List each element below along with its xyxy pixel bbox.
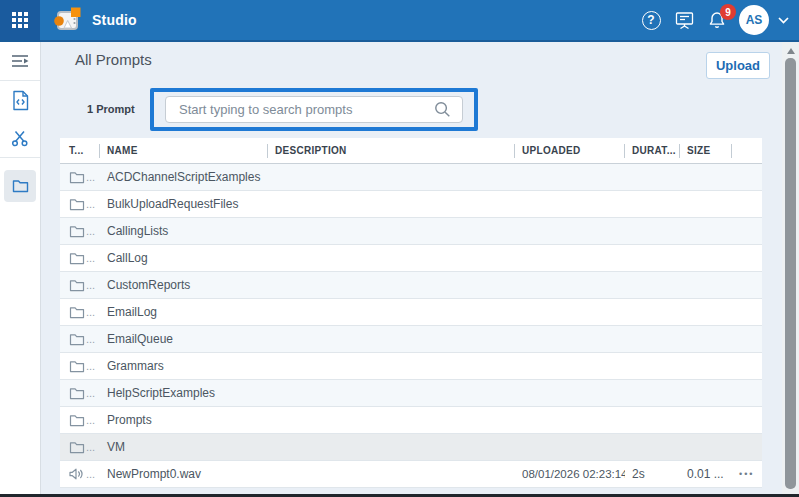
type-truncation-ellipsis: ...: [86, 225, 95, 237]
row-name: HelpScriptExamples: [100, 380, 268, 406]
folder-icon: [69, 414, 85, 427]
sidebar-item-files[interactable]: [0, 158, 40, 202]
row-duration: [625, 218, 680, 244]
column-header-name[interactable]: NAME: [100, 138, 268, 163]
row-size: [680, 326, 732, 352]
table-row[interactable]: ... Prompts: [60, 407, 762, 434]
row-description: [268, 164, 515, 190]
row-name: EmailLog: [100, 299, 268, 325]
row-description: [268, 326, 515, 352]
grid-icon: [12, 12, 28, 28]
vertical-scrollbar[interactable]: [782, 42, 799, 494]
table-row[interactable]: ... EmailLog: [60, 299, 762, 326]
row-name: CustomReports: [100, 272, 268, 298]
row-menu-icon[interactable]: [732, 434, 762, 460]
column-header-size[interactable]: SIZE: [680, 138, 732, 163]
notifications-button[interactable]: 9: [706, 9, 728, 31]
folder-icon: [69, 198, 85, 211]
table-row[interactable]: ... HelpScriptExamples: [60, 380, 762, 407]
table-row[interactable]: ... CustomReports: [60, 272, 762, 299]
row-menu-icon[interactable]: [732, 353, 762, 379]
folder-icon: [69, 387, 85, 400]
sidebar-item-scripts[interactable]: [0, 42, 40, 80]
code-document-icon: [12, 90, 29, 111]
table-row[interactable]: ... CallingLists: [60, 218, 762, 245]
row-menu-icon[interactable]: [732, 218, 762, 244]
search-input[interactable]: [165, 96, 463, 123]
row-name: EmailQueue: [100, 326, 268, 352]
search-container: [154, 92, 474, 127]
row-duration: [625, 272, 680, 298]
table-row[interactable]: ... BulkUploadRequestFiles: [60, 191, 762, 218]
row-menu-icon[interactable]: •••: [732, 461, 762, 487]
script-list-icon: [10, 53, 30, 69]
scissors-icon: [11, 129, 29, 147]
column-header-description[interactable]: DESCRIPTION: [268, 138, 515, 163]
folder-icon: [69, 333, 85, 346]
row-description: [268, 272, 515, 298]
row-description: [268, 245, 515, 271]
app-launcher-button[interactable]: [0, 0, 40, 40]
row-name: NewPrompt0.wav: [100, 461, 268, 487]
row-uploaded: [515, 407, 625, 433]
column-header-type[interactable]: T...: [60, 138, 100, 163]
prompt-count-label: 1 Prompt: [87, 103, 135, 115]
table-row[interactable]: ... Grammars: [60, 353, 762, 380]
type-truncation-ellipsis: ...: [86, 387, 95, 399]
row-menu-icon[interactable]: [732, 299, 762, 325]
sidebar-item-script-templates[interactable]: [0, 81, 40, 119]
row-description: [268, 434, 515, 460]
table-row[interactable]: ... CallLog: [60, 245, 762, 272]
sidebar-item-snippets[interactable]: [0, 119, 40, 157]
chevron-down-icon[interactable]: [778, 17, 789, 24]
row-description: [268, 353, 515, 379]
row-uploaded: 08/01/2026 02:23:14: [515, 461, 625, 487]
row-size: [680, 299, 732, 325]
row-description: [268, 461, 515, 487]
row-duration: [625, 245, 680, 271]
row-name: BulkUploadRequestFiles: [100, 191, 268, 217]
row-name: Grammars: [100, 353, 268, 379]
prompts-table: T... NAME DESCRIPTION UPLOADED DURAT... …: [60, 138, 762, 488]
row-size: 0.01 ...: [680, 461, 732, 487]
scroll-up-icon[interactable]: [787, 48, 795, 54]
scrollbar-thumb[interactable]: [785, 58, 796, 489]
user-avatar[interactable]: AS: [739, 5, 769, 35]
row-type-cell: ...: [60, 461, 100, 487]
type-truncation-ellipsis: ...: [86, 252, 95, 264]
table-row[interactable]: ... NewPrompt0.wav 08/01/2026 02:23:14 2…: [60, 461, 762, 488]
row-size: [680, 407, 732, 433]
row-type-cell: ...: [60, 380, 100, 406]
table-row[interactable]: ... ACDChannelScriptExamples: [60, 164, 762, 191]
row-uploaded: [515, 353, 625, 379]
row-menu-icon[interactable]: [732, 245, 762, 271]
folder-icon: [69, 306, 85, 319]
table-row[interactable]: ... VM: [60, 434, 762, 461]
row-menu-icon[interactable]: [732, 326, 762, 352]
table-row[interactable]: ... EmailQueue: [60, 326, 762, 353]
row-size: [680, 191, 732, 217]
folder-icon: [69, 252, 85, 265]
folder-icon: [69, 441, 85, 454]
row-name: CallingLists: [100, 218, 268, 244]
notification-badge: 9: [720, 4, 736, 20]
row-description: [268, 191, 515, 217]
row-menu-icon[interactable]: [732, 164, 762, 190]
type-truncation-ellipsis: ...: [86, 306, 95, 318]
sidebar: [0, 42, 41, 494]
row-menu-icon[interactable]: [732, 191, 762, 217]
row-menu-icon[interactable]: [732, 272, 762, 298]
upload-button[interactable]: Upload: [706, 52, 770, 79]
help-button[interactable]: ?: [640, 9, 662, 31]
row-type-cell: ...: [60, 299, 100, 325]
column-header-uploaded[interactable]: UPLOADED: [515, 138, 625, 163]
column-header-duration[interactable]: DURAT...: [625, 138, 680, 163]
type-truncation-ellipsis: ...: [86, 441, 95, 453]
screen-share-button[interactable]: [673, 9, 695, 31]
row-menu-icon[interactable]: [732, 380, 762, 406]
row-menu-icon[interactable]: [732, 407, 762, 433]
row-name: Prompts: [100, 407, 268, 433]
row-size: [680, 353, 732, 379]
search-icon[interactable]: [434, 101, 451, 122]
row-name: VM: [100, 434, 268, 460]
